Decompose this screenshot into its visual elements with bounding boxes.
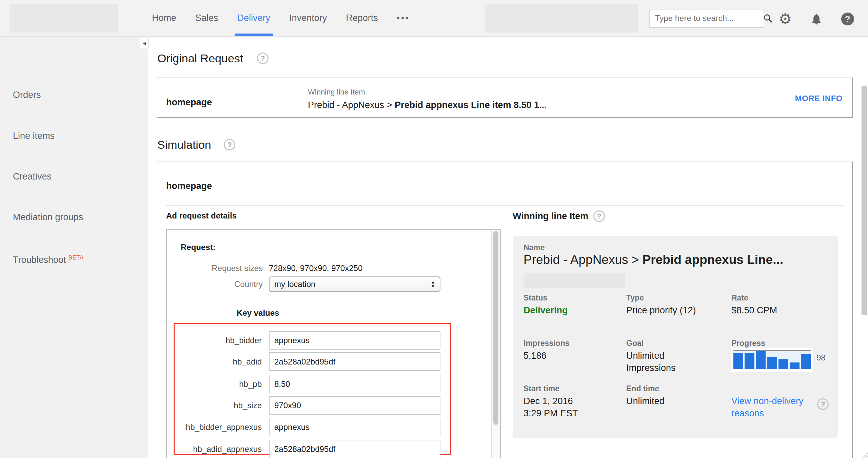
simulation-title: Simulation bbox=[157, 138, 211, 151]
kv-input-hb-size[interactable] bbox=[269, 396, 440, 415]
logo-placeholder bbox=[9, 4, 118, 33]
non-delivery-help-icon[interactable]: ? bbox=[817, 398, 829, 410]
sidebar-item-creatives[interactable]: Creatives bbox=[13, 171, 52, 182]
end-time-value: Unlimited bbox=[626, 395, 665, 407]
page-scrollbar-thumb[interactable] bbox=[862, 86, 867, 315]
kv-label-hb-size: hb_size bbox=[174, 396, 262, 415]
panel-scrollbar[interactable] bbox=[491, 230, 500, 458]
nav-tab-inventory[interactable]: Inventory bbox=[287, 0, 330, 36]
ad-request-details-heading: Ad request details bbox=[166, 211, 237, 221]
divider bbox=[166, 205, 843, 206]
kv-input-hb-bidder[interactable] bbox=[269, 331, 440, 350]
kv-label-hb-adid-appnexus: hb_adid_appnexus bbox=[174, 440, 262, 458]
kv-label-hb-adid: hb_adid bbox=[174, 352, 262, 371]
more-info-button[interactable]: MORE INFO bbox=[795, 94, 843, 103]
simulation-card: homepage Ad request details Request: Req… bbox=[157, 162, 853, 458]
progress-bars bbox=[733, 350, 811, 369]
end-time-label: End time bbox=[626, 384, 659, 393]
kv-label-hb-pb: hb_pb bbox=[174, 375, 262, 393]
request-sizes-value: 728x90, 970x90, 970x250 bbox=[269, 264, 362, 273]
progress-label: Progress bbox=[731, 339, 765, 348]
simulation-ad-unit-name: homepage bbox=[166, 181, 212, 191]
rate-label: Rate bbox=[731, 293, 748, 303]
kv-label-hb-bidder-appnexus: hb_bidder_appnexus bbox=[174, 418, 262, 436]
redacted-block bbox=[524, 273, 625, 288]
nav-tab-delivery[interactable]: Delivery bbox=[235, 0, 273, 36]
sidebar-item-line-items[interactable]: Line items bbox=[13, 130, 55, 142]
impressions-value: 5,186 bbox=[524, 350, 547, 362]
search-icon[interactable] bbox=[763, 13, 773, 23]
sidebar-item-mediation-groups[interactable]: Mediation groups bbox=[13, 212, 83, 223]
winning-line-item-heading: Winning line Item bbox=[513, 211, 588, 222]
beta-badge: BETA bbox=[68, 254, 84, 261]
original-request-title: Original Request bbox=[157, 52, 243, 65]
collapse-left-icon: ◀ bbox=[143, 41, 146, 46]
kv-input-hb-pb[interactable] bbox=[269, 375, 440, 393]
progress-value: 98 bbox=[816, 353, 826, 362]
line-item-name: Prebid - AppNexus > Prebid appnexus Line… bbox=[524, 253, 783, 267]
main-nav: Home Sales Delivery Inventory Reports bbox=[149, 0, 411, 36]
kv-input-hb-adid-appnexus[interactable] bbox=[269, 440, 440, 458]
name-label: Name bbox=[524, 243, 545, 252]
impressions-label: Impressions bbox=[524, 339, 570, 348]
progress-goal-line bbox=[733, 350, 811, 351]
sidebar-item-label: Troubleshoot bbox=[13, 255, 66, 265]
nav-tab-home[interactable]: Home bbox=[149, 0, 179, 36]
help-icon[interactable]: ? bbox=[839, 10, 856, 28]
network-name-placeholder bbox=[485, 4, 638, 33]
sidebar-collapse-button[interactable]: ◀ bbox=[140, 38, 149, 48]
winning-line-item-help-icon[interactable]: ? bbox=[593, 210, 605, 222]
kv-input-hb-bidder-appnexus[interactable] bbox=[269, 418, 440, 436]
select-arrows-icon: ▲▼ bbox=[426, 280, 440, 288]
type-value: Price priority (12) bbox=[626, 304, 696, 316]
nav-tab-reports[interactable]: Reports bbox=[343, 0, 381, 36]
start-time-label: Start time bbox=[524, 384, 559, 393]
notifications-bell-icon[interactable] bbox=[808, 10, 825, 28]
sidebar-item-troubleshoot[interactable]: TroubleshootBETA bbox=[13, 254, 84, 267]
simulation-help-icon[interactable]: ? bbox=[224, 139, 235, 150]
type-label: Type bbox=[626, 293, 644, 303]
winning-line-item-card: Name Prebid - AppNexus > Prebid appnexus… bbox=[513, 236, 838, 438]
rate-value: $8.50 CPM bbox=[731, 304, 777, 316]
winning-line-item-value: Prebid - AppNexus > Prebid appnexus Line… bbox=[308, 100, 547, 110]
panel-scrollbar-thumb[interactable] bbox=[493, 231, 498, 425]
goal-label: Goal bbox=[626, 339, 644, 348]
original-request-card: homepage Winning line Item Prebid - AppN… bbox=[157, 78, 853, 118]
resize-grip-icon bbox=[862, 452, 868, 458]
country-label: Country bbox=[167, 279, 263, 289]
kv-label-hb-bidder: hb_bidder bbox=[174, 331, 262, 350]
kv-input-hb-adid[interactable] bbox=[269, 352, 440, 371]
sidebar: Orders Line items Creatives Mediation gr… bbox=[0, 37, 148, 458]
start-time-value: Dec 1, 2016 3:29 PM EST bbox=[524, 395, 578, 419]
goal-value: Unlimited Impressions bbox=[626, 350, 714, 374]
request-label: Request: bbox=[181, 243, 216, 252]
sidebar-item-orders[interactable]: Orders bbox=[13, 89, 41, 101]
app-window: Home Sales Delivery Inventory Reports ⚙ bbox=[0, 0, 868, 458]
settings-gear-icon[interactable]: ⚙ bbox=[776, 10, 794, 28]
original-request-help-icon[interactable]: ? bbox=[257, 53, 269, 64]
request-sizes-label: Request sizes bbox=[167, 264, 263, 273]
nav-tab-sales[interactable]: Sales bbox=[193, 0, 221, 36]
top-bar: Home Sales Delivery Inventory Reports ⚙ bbox=[0, 0, 868, 37]
search-input[interactable] bbox=[650, 14, 763, 23]
winning-line-item-label: Winning line Item bbox=[308, 88, 365, 97]
more-tabs-icon[interactable] bbox=[394, 0, 411, 36]
ad-request-details-panel: Request: Request sizes 728x90, 970x90, 9… bbox=[166, 229, 501, 458]
country-select[interactable]: my location ▲▼ bbox=[269, 276, 440, 292]
progress-chart bbox=[731, 348, 813, 372]
key-values-heading: Key values bbox=[237, 308, 279, 318]
ad-unit-name: homepage bbox=[166, 97, 212, 108]
status-value: Delivering bbox=[524, 304, 568, 316]
status-label: Status bbox=[524, 293, 547, 303]
search-box[interactable] bbox=[649, 9, 764, 28]
country-select-value: my location bbox=[270, 279, 426, 289]
